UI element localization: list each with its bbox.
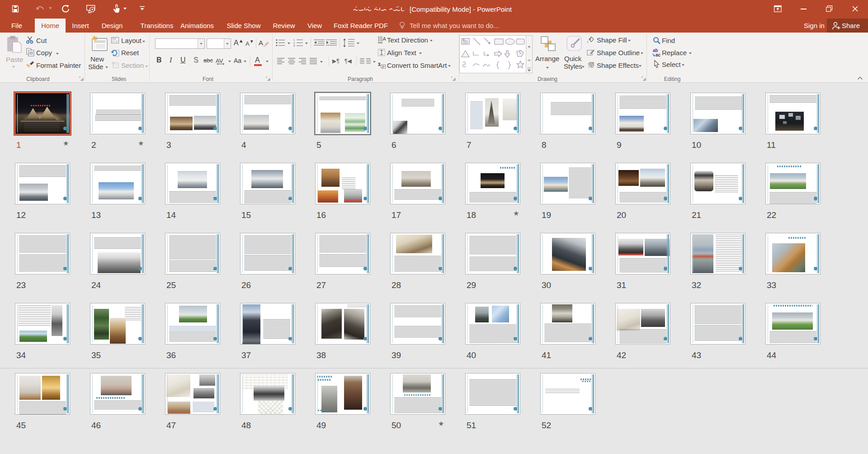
svg-text:A: A bbox=[259, 39, 263, 47]
svg-text:1: 1 bbox=[293, 38, 295, 41]
svg-text:ac: ac bbox=[656, 52, 661, 57]
svg-text:2: 2 bbox=[293, 42, 295, 44]
svg-text:AV: AV bbox=[216, 57, 223, 64]
svg-text:A: A bbox=[383, 36, 387, 42]
svg-text:A: A bbox=[462, 38, 464, 41]
